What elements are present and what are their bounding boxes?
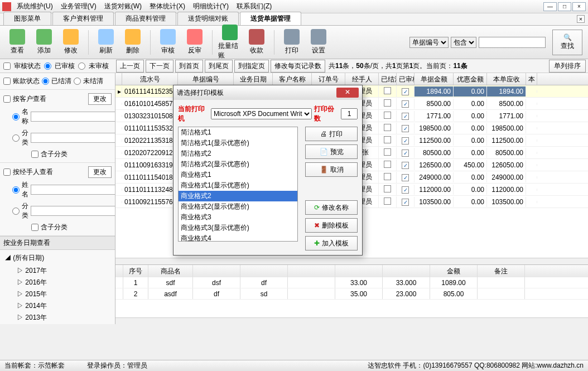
name-input[interactable] xyxy=(31,112,115,122)
column-header[interactable]: 经手人 xyxy=(345,73,379,85)
dialog-close-button[interactable]: ✕ xyxy=(336,88,359,98)
tab[interactable]: 客户资料管理 xyxy=(52,12,114,25)
category-radio[interactable] xyxy=(12,134,20,142)
column-header[interactable]: 本单应收 xyxy=(487,73,526,85)
template-item[interactable]: 简洁格式1(显示优惠价) xyxy=(179,138,297,148)
column-header[interactable]: 优惠金额 xyxy=(454,73,487,85)
detail-column-header[interactable] xyxy=(240,265,288,277)
printer-select[interactable]: Microsoft XPS Document Writ xyxy=(211,108,312,119)
detail-row[interactable]: 2asdfdfsd35.0023.000805.00 xyxy=(115,288,588,300)
search-input[interactable] xyxy=(479,37,546,48)
rename-button[interactable]: ⟳修改名称 xyxy=(305,200,358,215)
tab[interactable]: 图形菜单 xyxy=(3,12,51,25)
batch-button[interactable]: 批量结账 xyxy=(218,25,242,60)
template-item[interactable]: 商业格式1 xyxy=(179,170,297,180)
detail-column-header[interactable] xyxy=(288,265,335,277)
column-header[interactable]: 流水号 xyxy=(122,73,178,85)
unaudit-button[interactable]: 反审 xyxy=(183,29,206,55)
column-header[interactable] xyxy=(115,73,122,85)
nav-button[interactable]: 到指定页 xyxy=(234,60,269,73)
dialog-titlebar[interactable]: 请选择打印模板 ✕ xyxy=(173,85,362,100)
menu-item[interactable]: 联系我们(Z) xyxy=(233,1,275,12)
audited-radio[interactable] xyxy=(44,62,51,70)
hsubcat-checkbox[interactable] xyxy=(31,224,38,231)
tree-year[interactable]: ▷ 2012年 xyxy=(10,324,112,324)
delete-button[interactable]: 删除 xyxy=(121,29,144,55)
audit-status-checkbox[interactable] xyxy=(3,62,11,70)
minimize-button[interactable]: — xyxy=(543,2,557,11)
template-item[interactable]: 商业格式3 xyxy=(179,212,297,223)
detail-column-header[interactable]: 金额 xyxy=(430,265,478,277)
refresh-button[interactable]: 刷新 xyxy=(94,29,118,55)
hname-input[interactable] xyxy=(31,185,115,195)
template-item[interactable]: 简洁格式2(显示优惠价) xyxy=(179,159,297,170)
column-header[interactable]: 客户名称 xyxy=(273,73,312,85)
tree-year[interactable]: ▷ 2013年 xyxy=(10,312,112,324)
template-item[interactable]: 商业格式3(显示优惠价) xyxy=(179,223,297,233)
search-op-select[interactable]: 包含 xyxy=(451,37,476,48)
menu-item[interactable]: 送货对账(W) xyxy=(101,1,145,12)
hscrollbar[interactable] xyxy=(115,258,588,264)
column-header[interactable]: 已审核 xyxy=(397,73,415,85)
detail-column-header[interactable] xyxy=(193,265,240,277)
delete-template-button[interactable]: ✖删除模板 xyxy=(305,218,358,233)
template-item[interactable]: 商业格式4 xyxy=(179,233,297,242)
detail-column-header[interactable]: 商品名 xyxy=(148,265,193,277)
preview-button[interactable]: 📄预览 xyxy=(305,144,358,159)
tree-year[interactable]: ▷ 2014年 xyxy=(10,300,112,312)
maximize-button[interactable]: □ xyxy=(558,2,571,11)
copies-input[interactable] xyxy=(341,108,358,119)
tab[interactable]: 送货明细对账 xyxy=(177,12,239,25)
column-header[interactable]: 订单号 xyxy=(312,73,345,85)
print-button[interactable]: 打印 xyxy=(280,29,303,55)
column-header[interactable]: 业务日期 xyxy=(234,73,273,85)
detail-row[interactable]: 1sdfdsfdf33.0033.0001089.00 xyxy=(115,277,588,288)
name-radio[interactable] xyxy=(12,113,20,121)
template-item[interactable]: 商业格式2(显示优惠价) xyxy=(179,201,297,212)
template-list[interactable]: 简洁格式1简洁格式1(显示优惠价)简洁格式2简洁格式2(显示优惠价)商业格式1商… xyxy=(178,127,298,242)
unaudited-radio[interactable] xyxy=(78,62,85,70)
pay-status-checkbox[interactable] xyxy=(3,78,11,85)
by-customer-checkbox[interactable] xyxy=(3,95,11,103)
tab[interactable]: 商品资料管理 xyxy=(115,12,176,25)
menu-item[interactable]: 系统维护(U) xyxy=(13,1,56,12)
column-header[interactable]: 本 xyxy=(526,73,537,85)
print-button[interactable]: 🖨打印 xyxy=(305,127,358,141)
tab[interactable]: 送货单据管理 xyxy=(240,12,301,25)
hscrollbar-detail[interactable] xyxy=(115,317,588,324)
sort-button[interactable]: 单列排序 xyxy=(549,60,586,73)
settled-radio[interactable] xyxy=(42,78,49,85)
unsettled-radio[interactable] xyxy=(74,78,81,85)
menu-item[interactable]: 整体统计(X) xyxy=(146,1,189,12)
category-input[interactable] xyxy=(31,133,115,143)
settings-button[interactable]: 设置 xyxy=(307,29,330,55)
column-header[interactable]: 已结清 xyxy=(379,73,397,85)
nav-button[interactable]: 修改每页记录数 xyxy=(271,60,325,73)
template-item[interactable]: 商业格式1(显示优惠价) xyxy=(179,180,297,191)
tree-year[interactable]: ▷ 2017年 xyxy=(10,265,112,277)
nav-button[interactable]: 下一页 xyxy=(146,60,173,73)
nav-button[interactable]: 到首页 xyxy=(175,60,203,73)
modify-handler-button[interactable]: 更改 xyxy=(88,166,112,178)
tree-root[interactable]: ◢ (所有日期) xyxy=(3,252,112,264)
detail-column-header[interactable]: 序号 xyxy=(123,265,148,277)
column-header[interactable]: 单据编号 xyxy=(178,73,234,85)
detail-column-header[interactable] xyxy=(383,265,430,277)
hcategory-radio[interactable] xyxy=(12,208,20,215)
modify-customer-button[interactable]: 更改 xyxy=(88,93,112,105)
add-button[interactable]: 添加 xyxy=(32,29,56,55)
hname-radio[interactable] xyxy=(12,186,20,194)
hcategory-input[interactable] xyxy=(31,206,115,216)
tab-close-button[interactable]: × xyxy=(577,15,585,23)
menu-item[interactable]: 明细统计(Y) xyxy=(190,1,232,12)
cancel-button[interactable]: 🚪取消 xyxy=(305,162,358,177)
tree-year[interactable]: ▷ 2015年 xyxy=(10,288,112,300)
audit-button[interactable]: 审核 xyxy=(156,29,180,55)
by-handler-checkbox[interactable] xyxy=(3,168,11,176)
detail-column-header[interactable] xyxy=(335,265,383,277)
template-item[interactable]: 简洁格式1 xyxy=(179,127,297,138)
add-template-button[interactable]: ✚加入模板 xyxy=(305,236,358,250)
collect-button[interactable]: 收款 xyxy=(245,29,268,55)
detail-column-header[interactable]: 备注 xyxy=(478,265,525,277)
tree-year[interactable]: ▷ 2016年 xyxy=(10,277,112,288)
